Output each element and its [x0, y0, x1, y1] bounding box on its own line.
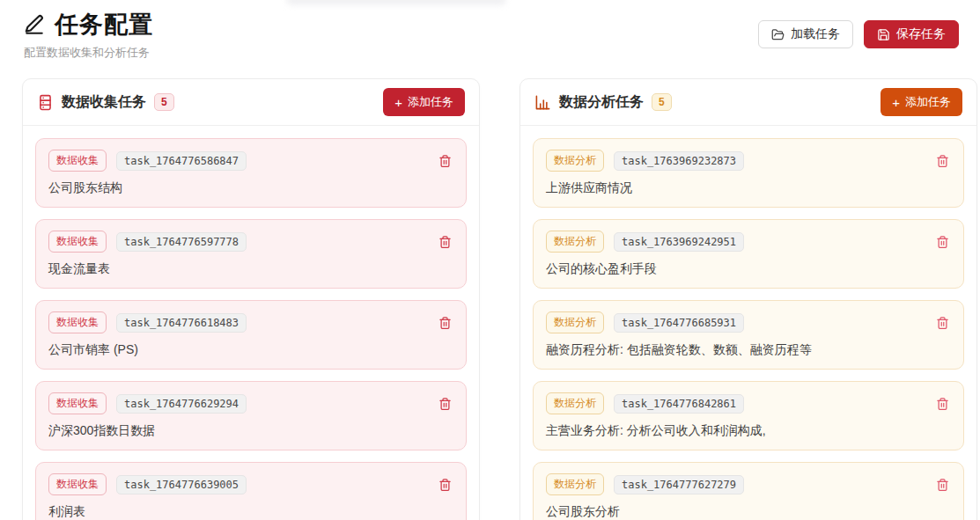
- collection-count-badge: 5: [154, 93, 174, 111]
- page-title: 任务配置: [55, 9, 153, 40]
- delete-task-button[interactable]: [934, 233, 951, 251]
- trash-icon: [438, 397, 452, 411]
- delete-task-button[interactable]: [437, 233, 453, 251]
- task-description: 沪深300指数日数据: [48, 423, 453, 439]
- add-analysis-task-button[interactable]: + 添加任务: [881, 88, 962, 116]
- task-card: 数据收集 task_1764776586847 公司股东结构: [35, 138, 467, 208]
- load-tasks-button[interactable]: 加载任务: [758, 20, 853, 48]
- task-id: task_1764776597778: [116, 232, 247, 252]
- task-card: 数据收集 task_1764776639005 利润表: [35, 462, 467, 520]
- task-id: task_1764776586847: [116, 151, 247, 171]
- page-title-block: 任务配置 配置数据收集和分析任务: [23, 9, 153, 61]
- task-card: 数据收集 task_1764776618483 公司市销率 (PS): [35, 300, 467, 370]
- trash-icon: [438, 154, 452, 168]
- task-id: task_1763969232873: [614, 151, 744, 171]
- page-subtitle: 配置数据收集和分析任务: [24, 45, 153, 61]
- panels-container: 数据收集任务 5 + 添加任务 数据收集 task_1764776586847 …: [22, 78, 980, 520]
- analysis-panel-title: 数据分析任务: [559, 93, 644, 112]
- task-id: task_1764776618483: [116, 313, 247, 333]
- plus-icon: +: [394, 96, 402, 109]
- task-type-badge: 数据收集: [48, 231, 107, 253]
- task-type-badge: 数据收集: [48, 311, 107, 333]
- analysis-panel-header: 数据分析任务 5 + 添加任务: [520, 79, 976, 126]
- collection-panel-title: 数据收集任务: [62, 93, 146, 112]
- task-description: 公司股东结构: [48, 180, 453, 196]
- task-type-badge: 数据收集: [48, 473, 107, 495]
- task-card: 数据收集 task_1764776629294 沪深300指数日数据: [35, 381, 467, 450]
- data-analysis-panel: 数据分析任务 5 + 添加任务 数据分析 task_1763969232873 …: [519, 78, 977, 520]
- trash-icon: [936, 478, 949, 492]
- edit-pencil-icon: [23, 13, 46, 36]
- bar-chart-icon: [534, 94, 551, 111]
- analysis-count-badge: 5: [652, 93, 672, 111]
- task-type-badge: 数据收集: [48, 392, 107, 414]
- trash-icon: [936, 154, 949, 168]
- analysis-task-list: 数据分析 task_1763969232873 上游供应商情况 数据分析 tas…: [520, 126, 976, 520]
- save-tasks-button[interactable]: 保存任务: [864, 20, 959, 48]
- task-id: task_1764776685931: [614, 313, 744, 333]
- task-card: 数据分析 task_1764776685931 融资历程分析: 包括融资轮数、数…: [533, 300, 964, 370]
- task-type-badge: 数据分析: [546, 473, 604, 495]
- delete-task-button[interactable]: [934, 395, 951, 413]
- delete-task-button[interactable]: [934, 314, 951, 332]
- save-tasks-label: 保存任务: [896, 26, 946, 42]
- task-card: 数据分析 task_1764777627279 公司股东分析: [533, 462, 964, 520]
- task-id: task_1764777627279: [614, 475, 744, 494]
- top-edge-decoration: [286, 0, 506, 5]
- delete-task-button[interactable]: [934, 152, 951, 170]
- task-type-badge: 数据分析: [546, 231, 604, 253]
- task-id: task_1763969242951: [614, 232, 744, 252]
- task-description: 公司市销率 (PS): [48, 342, 453, 358]
- task-type-badge: 数据分析: [546, 150, 604, 172]
- trash-icon: [936, 397, 949, 411]
- task-type-badge: 数据收集: [48, 150, 107, 172]
- collection-panel-header: 数据收集任务 5 + 添加任务: [23, 79, 479, 126]
- add-collection-task-label: 添加任务: [408, 94, 453, 110]
- task-description: 公司的核心盈利手段: [546, 261, 951, 277]
- trash-icon: [438, 316, 452, 330]
- collection-task-list: 数据收集 task_1764776586847 公司股东结构 数据收集 task…: [23, 126, 479, 520]
- task-card: 数据分析 task_1764776842861 主营业务分析: 分析公司收入和利…: [533, 381, 964, 450]
- delete-task-button[interactable]: [437, 395, 453, 413]
- task-description: 现金流量表: [48, 261, 453, 277]
- task-type-badge: 数据分析: [546, 311, 604, 333]
- folder-open-icon: [771, 28, 785, 41]
- plus-icon: +: [892, 96, 900, 109]
- task-description: 公司股东分析: [546, 504, 951, 520]
- delete-task-button[interactable]: [437, 152, 453, 170]
- load-tasks-label: 加载任务: [791, 26, 840, 42]
- task-id: task_1764776639005: [116, 475, 247, 494]
- task-description: 融资历程分析: 包括融资轮数、数额、融资历程等: [546, 342, 951, 358]
- trash-icon: [936, 235, 949, 249]
- data-collection-panel: 数据收集任务 5 + 添加任务 数据收集 task_1764776586847 …: [22, 78, 480, 520]
- add-analysis-task-label: 添加任务: [905, 94, 951, 110]
- page-header: 任务配置 配置数据收集和分析任务 加载任务 保存任务: [0, 0, 980, 61]
- save-floppy-icon: [877, 28, 890, 41]
- task-card: 数据分析 task_1763969242951 公司的核心盈利手段: [533, 219, 964, 289]
- delete-task-button[interactable]: [437, 314, 453, 332]
- database-server-icon: [37, 94, 54, 111]
- task-id: task_1764776842861: [614, 394, 744, 414]
- add-collection-task-button[interactable]: + 添加任务: [383, 88, 465, 116]
- trash-icon: [936, 316, 949, 330]
- task-id: task_1764776629294: [116, 394, 247, 414]
- task-description: 主营业务分析: 分析公司收入和利润构成,: [546, 423, 951, 439]
- toolbar: 加载任务 保存任务: [758, 20, 959, 48]
- trash-icon: [438, 235, 452, 249]
- task-type-badge: 数据分析: [546, 392, 604, 414]
- task-description: 利润表: [48, 504, 453, 520]
- trash-icon: [438, 478, 452, 492]
- task-description: 上游供应商情况: [546, 180, 951, 196]
- task-card: 数据收集 task_1764776597778 现金流量表: [35, 219, 467, 289]
- delete-task-button[interactable]: [934, 476, 951, 494]
- delete-task-button[interactable]: [437, 476, 453, 494]
- task-card: 数据分析 task_1763969232873 上游供应商情况: [533, 138, 964, 208]
